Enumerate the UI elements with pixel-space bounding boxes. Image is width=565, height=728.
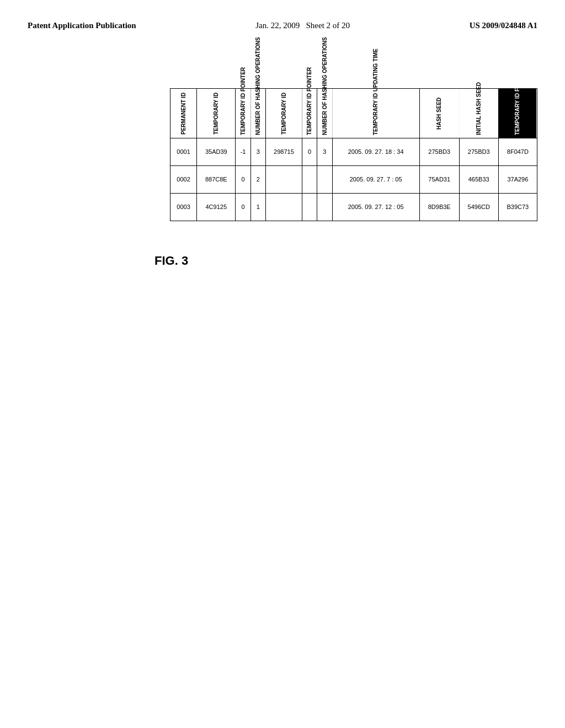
cell-temp-id-pointer: 0 xyxy=(236,166,250,194)
cell-updating-time: 2005. 09. 27. 12 : 05 xyxy=(332,194,419,221)
page-header: Patent Application Publication Jan. 22, … xyxy=(0,0,565,42)
cell-temporary-id: 887C8E xyxy=(197,166,236,194)
cell-temporary-id2: 298715 xyxy=(266,138,302,166)
col-temp-id-pointer2: TEMPORARY ID POINTER xyxy=(302,89,317,138)
data-table-container: PERMANENT ID TEMPORARY ID TEMPORARY ID P… xyxy=(170,88,537,221)
publication-title: Patent Application Publication xyxy=(28,20,136,31)
cell-num-hashing-ops2: 3 xyxy=(317,138,332,166)
publication-date-sheet: Jan. 22, 2009 Sheet 2 of 20 xyxy=(255,20,350,31)
cell-hash-seed: 8D9B3E xyxy=(419,194,459,221)
col-temp-id-init: TEMPORARY ID FOR INITIALIZATION xyxy=(498,89,537,138)
publication-number: US 2009/024848 A1 xyxy=(470,20,537,31)
cell-hash-seed: 75AD31 xyxy=(419,166,459,194)
cell-hash-seed: 275BD3 xyxy=(419,138,459,166)
cell-permanent-id: 0001 xyxy=(170,138,197,166)
cell-temporary-id: 4C9125 xyxy=(197,194,236,221)
col-temporary-id: TEMPORARY ID xyxy=(197,89,236,138)
cell-temp-id-pointer: -1 xyxy=(236,138,250,166)
cell-updating-time: 2005. 09. 27. 7 : 05 xyxy=(332,166,419,194)
cell-num-hashing-ops2 xyxy=(317,194,332,221)
cell-num-hashing-ops: 3 xyxy=(250,138,265,166)
cell-temp-id-pointer2: 0 xyxy=(302,138,317,166)
cell-temp-id-init: 8F047D xyxy=(498,138,537,166)
cell-temp-id-pointer: 0 xyxy=(236,194,250,221)
cell-num-hashing-ops2 xyxy=(317,166,332,194)
col-hash-seed: HASH SEED xyxy=(419,89,459,138)
data-table: PERMANENT ID TEMPORARY ID TEMPORARY ID P… xyxy=(170,88,537,221)
table-row: 0002 887C8E 0 2 2005. 09. 27. 7 : 05 75A… xyxy=(170,166,537,194)
cell-temporary-id: 35AD39 xyxy=(197,138,236,166)
cell-temp-id-pointer2 xyxy=(302,166,317,194)
cell-num-hashing-ops: 1 xyxy=(250,194,265,221)
col-num-hashing-ops: NUMBER OF HASHING OPERATIONS xyxy=(250,89,265,138)
figure-label: FIG. 3 xyxy=(154,254,188,268)
col-temporary-id2: TEMPORARY ID xyxy=(266,89,302,138)
col-updating-time: TEMPORARY ID UPDATING TIME xyxy=(332,89,419,138)
col-num-hashing-ops2: NUMBER OF HASHING OPERATIONS xyxy=(317,89,332,138)
col-permanent-id: PERMANENT ID xyxy=(170,89,197,138)
cell-permanent-id: 0003 xyxy=(170,194,197,221)
cell-initial-hash-seed: 275BD3 xyxy=(459,138,498,166)
cell-permanent-id: 0002 xyxy=(170,166,197,194)
cell-initial-hash-seed: 465B33 xyxy=(459,166,498,194)
cell-temporary-id2 xyxy=(266,166,302,194)
cell-updating-time: 2005. 09. 27. 18 : 34 xyxy=(332,138,419,166)
cell-initial-hash-seed: 5496CD xyxy=(459,194,498,221)
col-initial-hash-seed: INITIAL HASH SEED xyxy=(459,89,498,138)
cell-temp-id-init: 37A296 xyxy=(498,166,537,194)
cell-num-hashing-ops: 2 xyxy=(250,166,265,194)
cell-temporary-id2 xyxy=(266,194,302,221)
table-row: 0001 35AD39 -1 3 298715 0 3 2005. 09. 27… xyxy=(170,138,537,166)
col-temp-id-pointer: TEMPORARY ID POINTER xyxy=(236,89,250,138)
table-row: 0003 4C9125 0 1 2005. 09. 27. 12 : 05 8D… xyxy=(170,194,537,221)
cell-temp-id-init: B39C73 xyxy=(498,194,537,221)
cell-temp-id-pointer2 xyxy=(302,194,317,221)
